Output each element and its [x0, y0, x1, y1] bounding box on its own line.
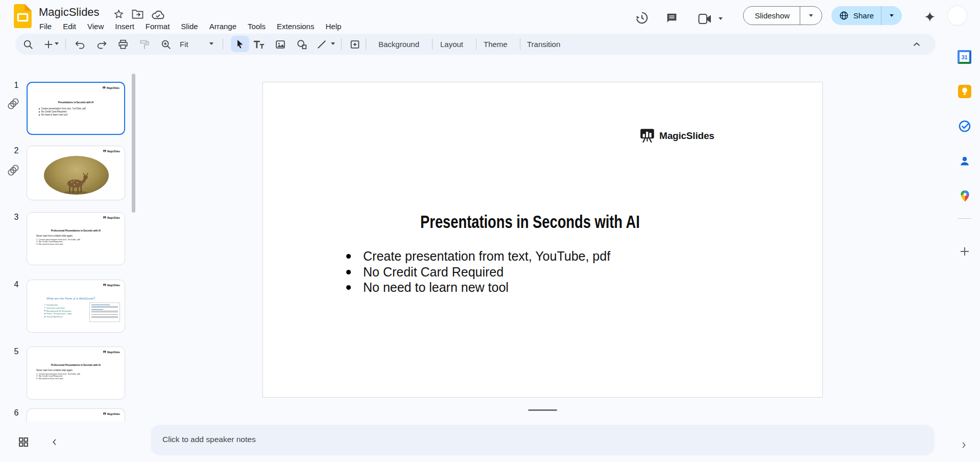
grid-view-icon[interactable] — [17, 436, 30, 448]
thumb-brand-logo: MagicSlides — [103, 284, 120, 287]
bullet-dot — [346, 285, 351, 290]
thumb-title: What are the Parts of a WebQuest? — [32, 297, 109, 300]
paint-format-icon[interactable] — [138, 38, 151, 51]
menu-insert[interactable]: Insert — [109, 20, 140, 33]
toolbar-divider — [223, 38, 223, 50]
toolbar-divider — [432, 38, 433, 50]
undo-icon[interactable] — [74, 38, 87, 51]
menu-view[interactable]: View — [82, 20, 109, 33]
thumb-brand-logo: MagicSlides — [103, 86, 119, 89]
menu-extensions[interactable]: Extensions — [271, 20, 320, 33]
thumb-doc-preview — [89, 303, 120, 322]
transition-applied-icon[interactable] — [7, 97, 20, 110]
transition-applied-icon[interactable] — [7, 164, 20, 177]
thumb-brand-logo: MagicSlides — [103, 412, 120, 415]
toolbar-divider — [341, 38, 342, 50]
thumb-brand-logo: MagicSlides — [103, 216, 120, 219]
version-history-icon[interactable] — [635, 11, 649, 25]
thumb-items: 1. Create presentation from text, YouTub… — [36, 239, 80, 246]
theme-button[interactable]: Theme — [484, 38, 508, 51]
new-slide-button[interactable] — [42, 38, 55, 51]
gemini-icon[interactable]: ✦ — [924, 10, 936, 25]
slide-thumbnail-5[interactable]: MagicSlides Professional Presentations i… — [27, 346, 125, 400]
menu-file[interactable]: File — [34, 20, 57, 33]
slide-canvas[interactable]: MagicSlides Presentations in Seconds wit… — [262, 82, 823, 398]
star-icon[interactable] — [113, 9, 124, 19]
collapse-filmstrip-icon[interactable] — [50, 437, 59, 447]
slides-logo-icon — [14, 4, 32, 28]
menu-edit[interactable]: Edit — [57, 20, 82, 33]
slides-app-icon[interactable] — [14, 4, 32, 28]
menu-help[interactable]: Help — [320, 20, 347, 33]
new-slide-dropdown-caret[interactable] — [55, 42, 59, 45]
slide-thumbnail-2[interactable]: MagicSlides — [27, 146, 125, 200]
menu-arrange[interactable]: Arrange — [204, 20, 242, 33]
camera-dropdown-caret[interactable] — [719, 17, 723, 20]
insert-image-icon[interactable] — [274, 38, 287, 51]
slide-title[interactable]: Presentations in Seconds with AI — [359, 212, 702, 232]
share-dropdown[interactable] — [881, 6, 902, 25]
slideshow-button[interactable]: Slideshow — [744, 11, 800, 20]
zoom-icon[interactable] — [159, 38, 173, 51]
deer-photo-oval — [44, 156, 109, 195]
move-folder-icon[interactable] — [132, 9, 144, 19]
comments-icon[interactable] — [665, 12, 678, 25]
thumb-bullets: Introduction Question and Task Backgroun… — [44, 304, 72, 318]
slide-brand-text: MagicSlides — [659, 130, 714, 142]
menu-slide[interactable]: Slide — [175, 20, 203, 33]
slide-thumbnail-4[interactable]: MagicSlides What are the Parts of a WebQ… — [27, 280, 125, 333]
search-menus-icon[interactable] — [21, 38, 35, 51]
magicslides-board-icon — [103, 150, 106, 153]
slide-thumbnail-6[interactable]: MagicSlides — [27, 408, 125, 422]
maps-icon[interactable] — [959, 190, 971, 202]
notes-resize-handle[interactable] — [528, 409, 557, 411]
insert-placeholder-icon[interactable] — [348, 38, 362, 51]
filmstrip-scrollbar[interactable] — [132, 74, 135, 213]
keep-icon[interactable] — [958, 85, 971, 98]
contacts-icon[interactable] — [959, 155, 971, 167]
magicslides-board-icon — [103, 216, 106, 219]
tasks-icon[interactable] — [958, 120, 971, 133]
line-dropdown-caret[interactable] — [331, 42, 335, 45]
share-button-group: Share — [831, 6, 902, 25]
slide-number-1: 1 — [10, 81, 22, 90]
select-tool-button[interactable] — [231, 36, 249, 52]
cursor-icon — [235, 39, 245, 49]
thumb-brand-logo: MagicSlides — [103, 351, 120, 354]
meet-camera-icon[interactable] — [698, 13, 713, 25]
calendar-icon[interactable]: 31 — [958, 50, 971, 64]
open-panel-icon[interactable] — [959, 441, 968, 450]
get-addons-icon[interactable] — [959, 245, 971, 258]
background-button[interactable]: Background — [378, 38, 419, 51]
print-icon[interactable] — [116, 38, 130, 51]
transition-button[interactable]: Transition — [527, 38, 560, 51]
speaker-notes-placeholder[interactable]: Click to add speaker notes — [162, 435, 256, 444]
avatar[interactable] — [948, 6, 967, 25]
thumb-title: Professional Presentations in Seconds wi… — [37, 363, 115, 366]
document-title[interactable]: MagicSlides — [39, 6, 100, 19]
layout-button[interactable]: Layout — [440, 38, 463, 51]
toolbar-divider — [476, 38, 476, 50]
slide-number-5: 5 — [10, 347, 22, 356]
menu-tools[interactable]: Tools — [242, 20, 271, 33]
cloud-saved-icon[interactable] — [151, 9, 165, 20]
slideshow-dropdown[interactable] — [800, 6, 822, 25]
slide-thumbnail-1[interactable]: MagicSlides Presentations in Seconds wit… — [27, 82, 125, 135]
slide-number-6: 6 — [10, 408, 22, 418]
insert-line-icon[interactable] — [315, 38, 328, 51]
chevron-down-icon — [890, 14, 894, 17]
zoom-select[interactable]: Fit — [180, 38, 188, 51]
menu-format[interactable]: Format — [140, 20, 176, 33]
share-button[interactable]: Share — [849, 11, 881, 20]
zoom-dropdown-caret[interactable] — [209, 42, 213, 45]
slide-bullet: Create presentation from text, YouTube, … — [363, 248, 610, 264]
text-box-icon[interactable] — [252, 38, 266, 51]
redo-icon[interactable] — [95, 38, 108, 51]
magicslides-board-icon — [103, 412, 106, 415]
collapse-toolbar-icon[interactable] — [911, 39, 922, 50]
slide-bullet-list[interactable]: Create presentation from text, YouTube, … — [346, 248, 610, 295]
speaker-notes-panel[interactable]: Click to add speaker notes — [151, 425, 935, 455]
bullet-dot — [346, 270, 351, 274]
slide-thumbnail-3[interactable]: MagicSlides Professional Presentations i… — [27, 212, 125, 265]
insert-shape-icon[interactable] — [295, 38, 308, 51]
